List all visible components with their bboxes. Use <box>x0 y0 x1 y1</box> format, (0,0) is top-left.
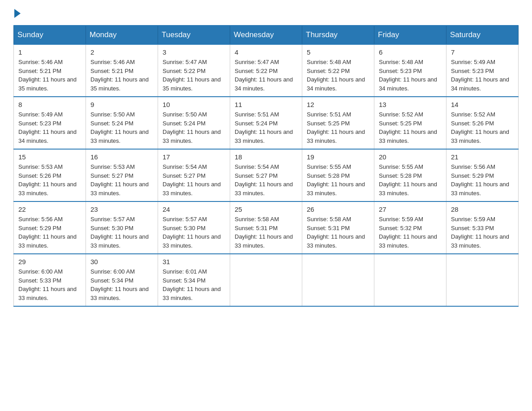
day-number: 14 <box>451 101 514 108</box>
day-info: Sunrise: 5:58 AM Sunset: 5:31 PM Dayligh… <box>235 215 297 250</box>
calendar-cell: 17 Sunrise: 5:54 AM Sunset: 5:27 PM Dayl… <box>158 149 230 201</box>
calendar-cell: 23 Sunrise: 5:57 AM Sunset: 5:30 PM Dayl… <box>86 201 158 254</box>
day-number: 20 <box>379 153 442 161</box>
calendar-cell: 31 Sunrise: 6:01 AM Sunset: 5:34 PM Dayl… <box>158 254 230 306</box>
calendar-cell: 15 Sunrise: 5:53 AM Sunset: 5:26 PM Dayl… <box>14 149 86 201</box>
day-number: 3 <box>163 48 225 56</box>
day-number: 15 <box>18 153 81 161</box>
calendar-cell: 5 Sunrise: 5:48 AM Sunset: 5:22 PM Dayli… <box>302 44 374 97</box>
day-info: Sunrise: 5:53 AM Sunset: 5:27 PM Dayligh… <box>90 163 153 197</box>
day-number: 28 <box>451 206 514 213</box>
calendar-cell: 4 Sunrise: 5:47 AM Sunset: 5:22 PM Dayli… <box>230 44 302 97</box>
calendar-cell: 3 Sunrise: 5:47 AM Sunset: 5:22 PM Dayli… <box>158 44 230 97</box>
day-info: Sunrise: 5:54 AM Sunset: 5:27 PM Dayligh… <box>235 163 297 197</box>
day-info: Sunrise: 5:52 AM Sunset: 5:26 PM Dayligh… <box>451 110 514 145</box>
day-info: Sunrise: 5:50 AM Sunset: 5:24 PM Dayligh… <box>163 110 225 145</box>
day-number: 5 <box>307 48 369 56</box>
day-number: 17 <box>163 153 225 161</box>
day-info: Sunrise: 5:56 AM Sunset: 5:29 PM Dayligh… <box>451 163 514 197</box>
calendar-week-4: 22 Sunrise: 5:56 AM Sunset: 5:29 PM Dayl… <box>14 201 519 254</box>
header-tuesday: Tuesday <box>158 26 230 44</box>
header-wednesday: Wednesday <box>230 26 302 44</box>
day-info: Sunrise: 5:47 AM Sunset: 5:22 PM Dayligh… <box>235 58 297 93</box>
day-number: 2 <box>90 48 153 56</box>
calendar-cell <box>374 254 446 306</box>
calendar-cell: 13 Sunrise: 5:52 AM Sunset: 5:25 PM Dayl… <box>374 97 446 149</box>
day-info: Sunrise: 5:49 AM Sunset: 5:23 PM Dayligh… <box>451 58 514 93</box>
calendar-cell: 30 Sunrise: 6:00 AM Sunset: 5:34 PM Dayl… <box>86 254 158 306</box>
header-friday: Friday <box>374 26 446 44</box>
day-info: Sunrise: 5:49 AM Sunset: 5:23 PM Dayligh… <box>18 110 81 145</box>
calendar-cell <box>446 254 519 306</box>
header-monday: Monday <box>86 26 158 44</box>
calendar-cell <box>302 254 374 306</box>
calendar-cell: 25 Sunrise: 5:58 AM Sunset: 5:31 PM Dayl… <box>230 201 302 254</box>
day-info: Sunrise: 5:58 AM Sunset: 5:31 PM Dayligh… <box>307 215 369 250</box>
day-number: 27 <box>379 206 442 213</box>
calendar-cell: 29 Sunrise: 6:00 AM Sunset: 5:33 PM Dayl… <box>14 254 86 306</box>
calendar-cell: 12 Sunrise: 5:51 AM Sunset: 5:25 PM Dayl… <box>302 97 374 149</box>
day-info: Sunrise: 5:54 AM Sunset: 5:27 PM Dayligh… <box>163 163 225 197</box>
day-info: Sunrise: 5:50 AM Sunset: 5:24 PM Dayligh… <box>90 110 153 145</box>
day-number: 12 <box>307 101 369 108</box>
calendar-cell: 18 Sunrise: 5:54 AM Sunset: 5:27 PM Dayl… <box>230 149 302 201</box>
calendar-cell: 11 Sunrise: 5:51 AM Sunset: 5:24 PM Dayl… <box>230 97 302 149</box>
calendar-cell: 24 Sunrise: 5:57 AM Sunset: 5:30 PM Dayl… <box>158 201 230 254</box>
day-number: 10 <box>163 101 225 108</box>
calendar-cell: 27 Sunrise: 5:59 AM Sunset: 5:32 PM Dayl… <box>374 201 446 254</box>
header-saturday: Saturday <box>446 26 519 44</box>
calendar-cell: 2 Sunrise: 5:46 AM Sunset: 5:21 PM Dayli… <box>86 44 158 97</box>
logo <box>13 9 21 16</box>
day-info: Sunrise: 5:52 AM Sunset: 5:25 PM Dayligh… <box>379 110 442 145</box>
day-number: 21 <box>451 153 514 161</box>
day-info: Sunrise: 5:48 AM Sunset: 5:23 PM Dayligh… <box>379 58 442 93</box>
day-info: Sunrise: 5:59 AM Sunset: 5:32 PM Dayligh… <box>379 215 442 250</box>
day-number: 31 <box>163 258 225 265</box>
day-number: 16 <box>90 153 153 161</box>
calendar-week-1: 1 Sunrise: 5:46 AM Sunset: 5:21 PM Dayli… <box>14 44 519 97</box>
calendar-cell: 20 Sunrise: 5:55 AM Sunset: 5:28 PM Dayl… <box>374 149 446 201</box>
calendar-cell: 22 Sunrise: 5:56 AM Sunset: 5:29 PM Dayl… <box>14 201 86 254</box>
calendar-cell: 16 Sunrise: 5:53 AM Sunset: 5:27 PM Dayl… <box>86 149 158 201</box>
header-sunday: Sunday <box>14 26 86 44</box>
calendar-cell: 26 Sunrise: 5:58 AM Sunset: 5:31 PM Dayl… <box>302 201 374 254</box>
calendar-cell: 6 Sunrise: 5:48 AM Sunset: 5:23 PM Dayli… <box>374 44 446 97</box>
calendar-week-2: 8 Sunrise: 5:49 AM Sunset: 5:23 PM Dayli… <box>14 97 519 149</box>
day-info: Sunrise: 5:51 AM Sunset: 5:25 PM Dayligh… <box>307 110 369 145</box>
day-info: Sunrise: 5:57 AM Sunset: 5:30 PM Dayligh… <box>163 215 225 250</box>
day-number: 11 <box>235 101 297 108</box>
day-info: Sunrise: 5:56 AM Sunset: 5:29 PM Dayligh… <box>18 215 81 250</box>
day-info: Sunrise: 6:00 AM Sunset: 5:33 PM Dayligh… <box>18 267 81 302</box>
calendar-cell: 1 Sunrise: 5:46 AM Sunset: 5:21 PM Dayli… <box>14 44 86 97</box>
day-number: 7 <box>451 48 514 56</box>
calendar-cell: 10 Sunrise: 5:50 AM Sunset: 5:24 PM Dayl… <box>158 97 230 149</box>
calendar-header-row: SundayMondayTuesdayWednesdayThursdayFrid… <box>14 26 519 44</box>
calendar-cell: 7 Sunrise: 5:49 AM Sunset: 5:23 PM Dayli… <box>446 44 519 97</box>
calendar-week-3: 15 Sunrise: 5:53 AM Sunset: 5:26 PM Dayl… <box>14 149 519 201</box>
day-number: 24 <box>163 206 225 213</box>
day-info: Sunrise: 5:59 AM Sunset: 5:33 PM Dayligh… <box>451 215 514 250</box>
header-thursday: Thursday <box>302 26 374 44</box>
logo-arrow-icon <box>14 9 21 18</box>
day-number: 30 <box>90 258 153 265</box>
calendar-table: SundayMondayTuesdayWednesdayThursdayFrid… <box>13 25 519 307</box>
day-info: Sunrise: 5:46 AM Sunset: 5:21 PM Dayligh… <box>90 58 153 93</box>
day-number: 25 <box>235 206 297 213</box>
day-number: 13 <box>379 101 442 108</box>
day-number: 18 <box>235 153 297 161</box>
calendar-cell: 14 Sunrise: 5:52 AM Sunset: 5:26 PM Dayl… <box>446 97 519 149</box>
day-info: Sunrise: 5:55 AM Sunset: 5:28 PM Dayligh… <box>379 163 442 197</box>
day-number: 1 <box>18 48 81 56</box>
day-info: Sunrise: 5:51 AM Sunset: 5:24 PM Dayligh… <box>235 110 297 145</box>
day-number: 6 <box>379 48 442 56</box>
day-info: Sunrise: 6:01 AM Sunset: 5:34 PM Dayligh… <box>163 267 225 302</box>
day-number: 22 <box>18 206 81 213</box>
calendar-cell: 21 Sunrise: 5:56 AM Sunset: 5:29 PM Dayl… <box>446 149 519 201</box>
day-info: Sunrise: 6:00 AM Sunset: 5:34 PM Dayligh… <box>90 267 153 302</box>
day-info: Sunrise: 5:57 AM Sunset: 5:30 PM Dayligh… <box>90 215 153 250</box>
calendar-cell: 19 Sunrise: 5:55 AM Sunset: 5:28 PM Dayl… <box>302 149 374 201</box>
day-info: Sunrise: 5:47 AM Sunset: 5:22 PM Dayligh… <box>163 58 225 93</box>
day-number: 8 <box>18 101 81 108</box>
calendar-cell: 8 Sunrise: 5:49 AM Sunset: 5:23 PM Dayli… <box>14 97 86 149</box>
day-info: Sunrise: 5:55 AM Sunset: 5:28 PM Dayligh… <box>307 163 369 197</box>
